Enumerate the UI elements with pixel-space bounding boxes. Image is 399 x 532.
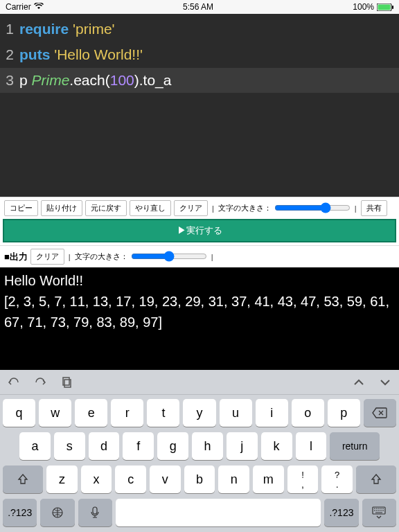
separator: | (353, 204, 358, 213)
key-f[interactable]: f (123, 432, 154, 460)
paste-button[interactable]: 貼り付け (41, 200, 82, 216)
key-i[interactable]: i (256, 399, 288, 427)
code-content: puts 'Hello World!!' (19, 42, 399, 68)
key-h[interactable]: h (192, 432, 223, 460)
key-w[interactable]: w (39, 399, 71, 427)
kb-clipboard-icon[interactable] (60, 375, 73, 389)
svg-rect-2 (392, 6, 393, 9)
output-fontsize-slider[interactable] (131, 251, 207, 263)
clear-button[interactable]: クリア (174, 200, 208, 216)
line-number: 1 (0, 17, 19, 42)
code-line[interactable]: 3p Prime.each(100).to_a (0, 68, 399, 94)
key-j[interactable]: j (227, 432, 258, 460)
battery-label: 100% (353, 2, 374, 12)
punct-key[interactable]: !, (287, 466, 319, 493)
globe-key[interactable] (40, 499, 74, 526)
output-pane: Hello World!![2, 3, 5, 7, 11, 13, 17, 19… (0, 267, 399, 370)
kb-redo-icon[interactable] (33, 375, 47, 389)
separator: | (211, 204, 215, 213)
key-r[interactable]: r (111, 399, 143, 427)
output-line: Hello World!! (4, 270, 395, 291)
key-m[interactable]: m (253, 466, 284, 493)
wifi-icon (34, 2, 44, 12)
separator: | (210, 253, 215, 261)
svg-rect-6 (93, 507, 97, 514)
output-clear-button[interactable]: クリア (30, 249, 64, 265)
carrier-label: Carrier (6, 2, 31, 12)
key-c[interactable]: c (115, 466, 146, 493)
key-g[interactable]: g (157, 432, 188, 460)
code-line[interactable]: 1require 'prime' (0, 17, 399, 42)
key-a[interactable]: a (19, 432, 51, 460)
key-p[interactable]: p (328, 399, 360, 427)
key-b[interactable]: b (184, 466, 215, 493)
space-key[interactable] (116, 499, 321, 526)
key-z[interactable]: z (46, 466, 78, 493)
numkey[interactable]: .?123 (3, 499, 37, 526)
key-d[interactable]: d (89, 432, 120, 460)
return-key[interactable]: return (330, 432, 380, 460)
redo-button[interactable]: やり直し (130, 200, 171, 216)
key-s[interactable]: s (54, 432, 85, 460)
code-editor[interactable]: 1require 'prime'2puts 'Hello World!!'3p … (0, 14, 399, 197)
kb-down-icon[interactable] (378, 375, 392, 389)
kb-up-icon[interactable] (352, 375, 366, 389)
svg-rect-1 (378, 4, 391, 10)
key-y[interactable]: y (183, 399, 215, 427)
separator: | (67, 253, 72, 261)
code-line[interactable]: 2puts 'Hello World!!' (0, 42, 399, 68)
fontsize-slider[interactable] (274, 202, 351, 215)
editor-toolbar: コピー 貼り付け 元に戻す やり直し クリア | 文字の大きさ： | 共有 (0, 197, 399, 219)
key-x[interactable]: x (81, 466, 112, 493)
output-line: [2, 3, 5, 7, 11, 13, 17, 19, 23, 29, 31,… (4, 291, 395, 332)
key-l[interactable]: l (296, 432, 327, 460)
dismiss-keyboard-key[interactable] (362, 499, 396, 526)
key-t[interactable]: t (147, 399, 179, 427)
shift-key[interactable] (3, 466, 43, 493)
key-o[interactable]: o (292, 399, 324, 427)
key-n[interactable]: n (218, 466, 249, 493)
key-e[interactable]: e (75, 399, 107, 427)
key-u[interactable]: u (220, 399, 252, 427)
mic-key[interactable] (78, 499, 112, 526)
keyboard: qwertyuiop asdfghjklreturn zxcvbnm!,?. .… (0, 370, 399, 532)
line-number: 3 (0, 68, 19, 94)
kb-undo-icon[interactable] (7, 375, 21, 389)
code-content: require 'prime' (19, 17, 399, 42)
fontsize-label: 文字の大きさ： (218, 203, 272, 213)
clock: 5:56 AM (183, 2, 213, 12)
numkey[interactable]: .?123 (324, 499, 358, 526)
copy-button[interactable]: コピー (4, 200, 38, 216)
line-number: 2 (0, 42, 19, 68)
key-k[interactable]: k (261, 432, 292, 460)
run-button[interactable]: ▶実行する (3, 219, 396, 242)
key-v[interactable]: v (150, 466, 181, 493)
key-q[interactable]: q (3, 399, 35, 427)
output-label: ■出力 (4, 251, 28, 263)
battery-icon (377, 3, 393, 11)
code-content: p Prime.each(100).to_a (19, 68, 399, 94)
output-toolbar: ■出力 クリア | 文字の大きさ： | (0, 245, 399, 267)
punct-key[interactable]: ?. (321, 466, 353, 493)
status-bar: Carrier 5:56 AM 100% (0, 0, 399, 14)
shift-key[interactable] (356, 466, 396, 493)
backspace-key[interactable] (364, 399, 396, 427)
share-button[interactable]: 共有 (361, 200, 387, 216)
undo-button[interactable]: 元に戻す (85, 200, 127, 216)
output-fontsize-label: 文字の大きさ： (75, 251, 128, 262)
